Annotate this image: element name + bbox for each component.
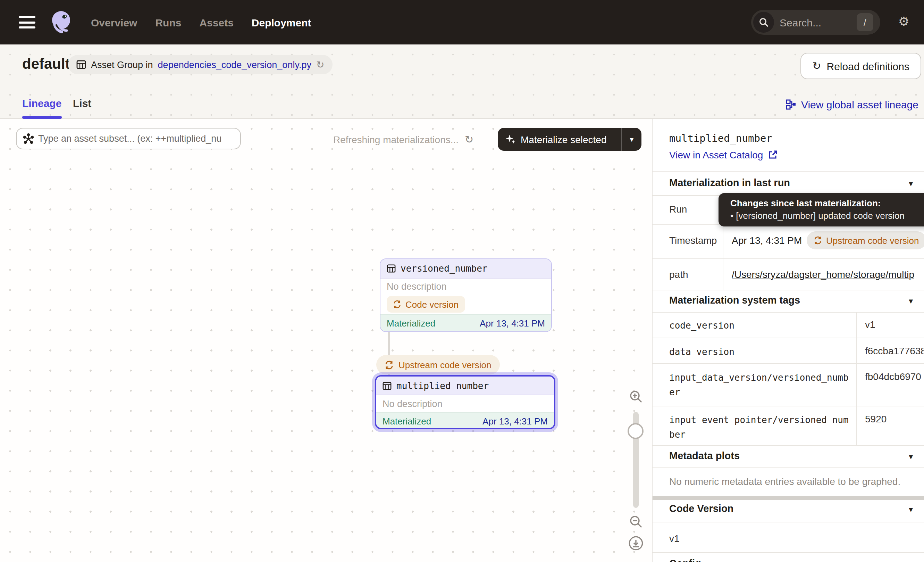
chevron-down-icon[interactable]: ▼ <box>908 298 914 305</box>
reload-definitions-label: Reload definitions <box>827 60 910 72</box>
dagster-logo-icon[interactable] <box>48 9 74 35</box>
asset-group-badge: Asset Group in dependencies_code_version… <box>68 55 333 74</box>
divider <box>652 522 924 522</box>
edge-upstream-code-version-tag[interactable]: Upstream code version <box>376 355 500 374</box>
nav-item-assets[interactable]: Assets <box>199 17 233 28</box>
materialize-dropdown-caret[interactable]: ▼ <box>621 128 642 151</box>
materialize-selected-button[interactable]: Materialize selected ▼ <box>498 128 642 151</box>
zoom-in-icon[interactable] <box>629 390 643 404</box>
asset-detail-sidebar: multiplied_number View in Asset Catalog … <box>652 119 924 562</box>
path-link[interactable]: /Users/sryza/dagster_home/storage/multip <box>732 269 914 280</box>
active-tab-underline <box>22 116 62 119</box>
sparkle-icon <box>506 134 516 144</box>
page-header: default Asset Group in dependencies_code… <box>0 45 924 119</box>
refreshing-status: Refreshing materializations... ↻ <box>333 134 474 146</box>
tag-value: 5920 <box>865 413 886 424</box>
code-version-tag-label: Code version <box>405 299 459 310</box>
divider <box>652 338 924 338</box>
section-header-last-run: Materialization in last run <box>669 177 790 188</box>
divider <box>652 467 924 467</box>
search-input[interactable] <box>780 17 842 28</box>
divider <box>652 445 924 446</box>
materialized-status: Materialized <box>382 416 431 426</box>
chevron-down-icon[interactable]: ▼ <box>908 180 914 188</box>
reload-definitions-button[interactable]: ↻ Reload definitions <box>800 53 921 79</box>
tab-list[interactable]: List <box>73 97 91 109</box>
zoom-controls <box>622 383 650 551</box>
metadata-plots-empty-text: No numeric metadata entries available to… <box>669 476 900 487</box>
asset-node-multiplied-number[interactable]: multiplied_number No description Materia… <box>375 375 555 429</box>
refreshing-label: Refreshing materializations... <box>333 134 459 145</box>
edge-upstream-code-version-label: Upstream code version <box>399 359 491 370</box>
zoom-out-icon[interactable] <box>629 515 643 529</box>
tag-key: input_event_pointer/versioned_number <box>669 413 851 442</box>
refresh-icon[interactable]: ↻ <box>465 134 474 146</box>
column-divider <box>856 312 856 445</box>
changes-tooltip-item: • [versioned_number] updated code versio… <box>730 210 924 221</box>
download-image-icon[interactable] <box>628 536 644 551</box>
divider <box>652 406 924 406</box>
tab-lineage[interactable]: Lineage <box>22 97 62 109</box>
table-grid-icon <box>76 60 86 69</box>
content: Refreshing materializations... ↻ Materia… <box>0 119 924 562</box>
sync-alert-icon <box>393 300 401 308</box>
chevron-down-icon[interactable]: ▼ <box>908 453 914 461</box>
badge-reload-icon[interactable]: ↻ <box>316 59 324 70</box>
lineage-graph-panel[interactable]: Refreshing materializations... ↻ Materia… <box>0 119 652 562</box>
nav-item-runs[interactable]: Runs <box>155 17 181 28</box>
lineage-graph-icon <box>786 99 796 110</box>
tag-key: data_version <box>669 344 851 359</box>
materialized-status: Materialized <box>387 318 435 328</box>
asset-subset-input[interactable] <box>38 134 234 144</box>
top-nav: Overview Runs Assets Deployment / ⚙ <box>0 0 924 45</box>
divider <box>652 258 924 259</box>
view-in-asset-catalog-link[interactable]: View in Asset Catalog <box>669 149 777 161</box>
tag-key: input_data_version/versioned_number <box>669 370 851 400</box>
asset-node-versioned-number[interactable]: versioned_number No description Code ver… <box>380 258 552 332</box>
divider <box>652 312 924 313</box>
nav-items: Overview Runs Assets Deployment <box>91 17 311 28</box>
section-header-system-tags: Materialization system tags <box>669 295 800 306</box>
materialized-timestamp: Apr 13, 4:31 PM <box>483 416 548 426</box>
zoom-slider-handle[interactable] <box>628 423 644 439</box>
menu-icon[interactable] <box>19 16 35 29</box>
run-row-label: Run <box>669 204 687 215</box>
search-box[interactable]: / <box>751 10 880 35</box>
reload-icon: ↻ <box>812 60 821 72</box>
table-grid-icon <box>387 264 396 273</box>
nav-item-deployment[interactable]: Deployment <box>252 17 311 28</box>
tag-value: f6ccba177638 <box>865 345 924 356</box>
page-title: default <box>22 56 70 72</box>
view-in-asset-catalog-label: View in Asset Catalog <box>669 149 763 161</box>
upstream-code-version-tag[interactable]: Upstream code version <box>807 231 924 249</box>
asset-node-name: versioned_number <box>400 263 488 274</box>
nav-item-overview[interactable]: Overview <box>91 17 137 28</box>
tag-key: code_version <box>669 318 851 333</box>
external-link-icon <box>768 150 777 160</box>
upstream-code-version-label: Upstream code version <box>826 235 919 246</box>
chevron-down-icon[interactable]: ▼ <box>908 506 914 513</box>
view-global-lineage-link[interactable]: View global asset lineage <box>786 99 918 110</box>
timestamp-row-label: Timestamp <box>669 235 717 246</box>
gear-icon[interactable]: ⚙ <box>898 15 909 28</box>
path-row-label: path <box>669 269 688 280</box>
tag-value: fb04dcb6970 <box>865 371 921 382</box>
timestamp-value: Apr 13, 4:31 PM <box>732 235 802 246</box>
asset-group-file-link[interactable]: dependencies_code_version_only.py <box>158 59 311 70</box>
materialize-selected-label: Materialize selected <box>520 134 606 145</box>
sync-alert-icon <box>385 360 394 369</box>
zoom-slider[interactable] <box>633 412 639 508</box>
code-version-value: v1 <box>669 533 680 544</box>
changes-tooltip-title: Changes since last materialization: <box>730 198 924 209</box>
code-version-tag[interactable]: Code version <box>387 296 465 313</box>
asset-subset-field[interactable] <box>16 128 241 149</box>
tag-value: v1 <box>865 319 875 330</box>
table-grid-icon <box>382 381 392 390</box>
section-header-code-version: Code Version <box>669 503 734 514</box>
changes-tooltip: Changes since last materialization: • [v… <box>718 193 924 227</box>
materialized-timestamp: Apr 13, 4:31 PM <box>480 318 545 328</box>
sync-alert-icon <box>814 236 822 245</box>
divider <box>652 290 924 290</box>
divider <box>652 171 924 171</box>
divider <box>652 552 924 553</box>
